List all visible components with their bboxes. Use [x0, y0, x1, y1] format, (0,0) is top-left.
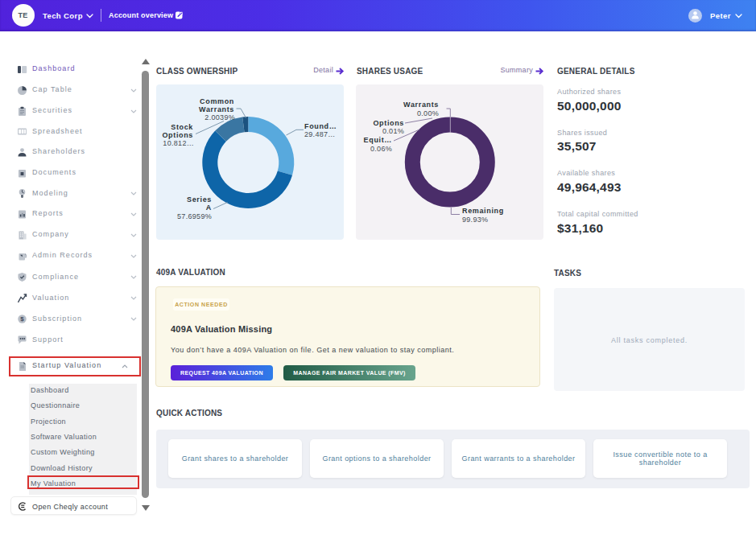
svg-text:$: $	[20, 315, 24, 323]
